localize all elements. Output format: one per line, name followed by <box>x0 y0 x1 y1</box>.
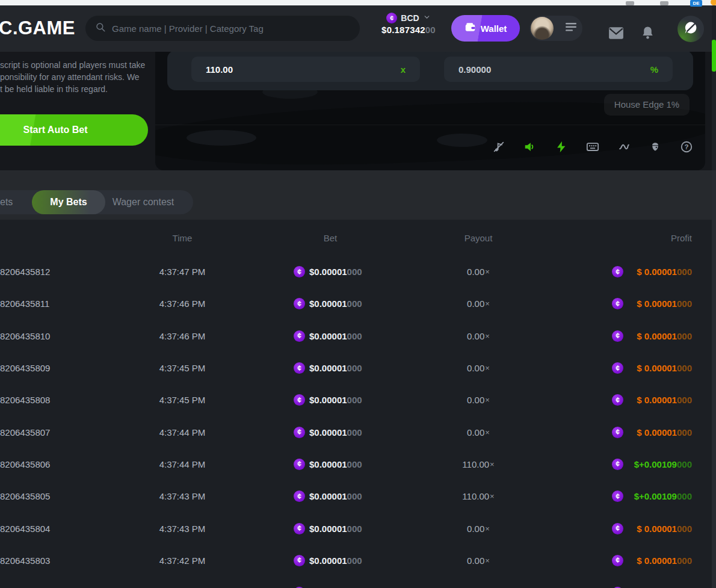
bet-payout: 0.00× <box>442 288 514 320</box>
amount-dim: 000 <box>347 556 362 566</box>
profit-amount: $ 0.00001000 <box>637 556 692 566</box>
live-stats-icon[interactable] <box>617 140 631 153</box>
bet-time: 4:37:45 PM <box>146 384 218 416</box>
payout-multiplier-sign: × <box>490 460 495 469</box>
menu-icon <box>566 23 576 34</box>
wallet-icon <box>464 22 476 34</box>
table-row[interactable]: 8206435805 4:37:43 PM $0.00001000 110.00… <box>0 480 712 512</box>
game-search-bar[interactable] <box>85 16 360 41</box>
bet-payout: 0.00× <box>442 384 514 416</box>
bcd-coin-icon <box>612 555 623 566</box>
music-off-icon[interactable] <box>492 140 505 153</box>
bet-profit: $ 0.00001000 <box>602 512 692 544</box>
my-bets-table: Time Bet Payout Profit 8206435812 4:37:4… <box>0 220 712 588</box>
translator-extension-badge[interactable]: DE <box>690 0 702 7</box>
table-row[interactable]: 8206435808 4:37:45 PM $0.00001000 0.00× … <box>0 384 712 416</box>
search-input[interactable] <box>112 23 350 34</box>
chevron-down-icon <box>423 13 431 23</box>
table-row[interactable]: 8206435806 4:37:44 PM $0.00001000 110.00… <box>0 448 712 480</box>
scrollbar-thumb[interactable] <box>712 40 716 72</box>
chat-button[interactable] <box>677 16 704 42</box>
bet-parameters-panel: x % <box>167 51 693 90</box>
table-row[interactable]: 8206435811 4:37:46 PM $0.00001000 0.00× … <box>0 288 712 320</box>
table-row[interactable]: 8206435812 4:37:47 PM $0.00001000 0.00× … <box>0 256 712 288</box>
payout-value: 110.00 <box>462 459 489 469</box>
wallet-button[interactable]: Wallet <box>451 15 520 42</box>
table-row[interactable]: 8206435810 4:37:46 PM $0.00001000 0.00× … <box>0 320 712 352</box>
seeds-icon[interactable] <box>649 140 662 153</box>
site-logo[interactable]: C.GAME <box>0 17 75 39</box>
payout-multiplier-field[interactable]: x <box>191 57 420 82</box>
bet-amount: $0.00001000 <box>309 491 362 501</box>
bet-amount-cell: $0.00001000 <box>283 352 385 384</box>
table-row[interactable] <box>0 577 712 588</box>
notifications-bell-icon[interactable] <box>640 25 655 43</box>
amount-main: $0.00001 <box>309 299 347 309</box>
bet-time: 4:37:43 PM <box>146 480 218 512</box>
bet-payout: 110.00× <box>442 448 514 480</box>
bet-id: 8206435807 <box>0 416 50 448</box>
table-row[interactable]: 8206435803 4:37:42 PM $0.00001000 0.00× … <box>0 545 712 577</box>
avatar[interactable] <box>531 17 554 40</box>
sound-on-icon[interactable] <box>523 140 537 153</box>
browser-extension-dot-icon[interactable] <box>711 0 716 5</box>
tab-all-bets[interactable]: ets <box>0 197 13 208</box>
browser-extension-icon[interactable] <box>626 1 634 5</box>
scene-shape <box>187 130 256 146</box>
amount-dim: 000 <box>677 363 692 373</box>
bcd-coin-icon <box>294 394 305 406</box>
bcd-coin-icon <box>294 330 305 342</box>
bet-amount: $0.00001000 <box>309 331 362 341</box>
column-header-profit: Profit <box>602 233 692 243</box>
page-scrollbar[interactable] <box>712 5 716 588</box>
profit-amount: $ 0.00001000 <box>637 299 692 309</box>
payout-value: 0.00 <box>467 267 484 277</box>
bet-payout: 0.00× <box>442 545 514 577</box>
bets-tab-group: ets My Bets Wager contest <box>0 190 193 214</box>
auto-bet-disclaimer: script is optional and players must take… <box>0 59 153 95</box>
bet-time: 4:37:47 PM <box>146 256 218 288</box>
win-chance-field[interactable]: % <box>444 57 673 82</box>
table-row[interactable]: 8206435807 4:37:44 PM $0.00001000 0.00× … <box>0 416 712 448</box>
amount-main: $ 0.00001 <box>637 299 677 309</box>
help-icon[interactable]: ? <box>680 140 693 153</box>
bet-amount-cell: $0.00001000 <box>283 288 385 320</box>
payout-multiplier-sign: × <box>485 395 490 404</box>
bet-time: 4:37:44 PM <box>146 448 218 480</box>
table-row[interactable]: 8206435809 4:37:45 PM $0.00001000 0.00× … <box>0 352 712 384</box>
bet-id: 8206435809 <box>0 352 50 384</box>
table-row[interactable]: 8206435804 4:37:43 PM $0.00001000 0.00× … <box>0 512 712 544</box>
amount-dim: 000 <box>347 491 362 501</box>
amount-main: $ 0.00001 <box>637 524 677 534</box>
hotkeys-keyboard-icon[interactable] <box>586 140 599 153</box>
bet-amount: $0.00001000 <box>309 427 362 438</box>
amount-dim: 000 <box>347 395 362 405</box>
amount-main: $0.00001 <box>309 267 347 277</box>
scene-shape <box>437 134 487 147</box>
profit-amount: $ 0.00001000 <box>637 331 692 341</box>
turbo-lightning-icon[interactable] <box>555 140 568 153</box>
tab-wager-contest[interactable]: Wager contest <box>113 197 189 208</box>
bcd-coin-icon <box>294 266 305 277</box>
bet-amount: $0.00001000 <box>309 395 362 405</box>
start-auto-bet-button[interactable]: Start Auto Bet <box>0 114 148 146</box>
payout-multiplier-sign: × <box>485 556 490 565</box>
user-menu[interactable] <box>529 16 582 41</box>
currency-selector[interactable]: BCD $0.18734200 <box>368 13 449 35</box>
win-chance-input[interactable] <box>458 64 650 75</box>
bcd-coin-icon <box>294 523 305 534</box>
amount-dim: 000 <box>347 363 362 373</box>
amount-dim: 000 <box>347 331 362 341</box>
payout-value: 0.00 <box>467 363 484 373</box>
browser-extension-icon[interactable] <box>660 1 668 5</box>
bet-id: 8206435806 <box>0 448 50 480</box>
payout-multiplier-input[interactable] <box>206 64 401 75</box>
amount-main: $ 0.00001 <box>637 395 677 405</box>
amount-dim: 000 <box>677 267 692 277</box>
bcd-coin-icon <box>294 491 305 502</box>
messages-icon[interactable] <box>608 26 624 42</box>
amount-main: $0.00001 <box>309 363 347 373</box>
payout-multiplier-sign: × <box>485 299 490 308</box>
payout-multiplier-sign: × <box>485 524 490 533</box>
tab-my-bets[interactable]: My Bets <box>32 190 105 214</box>
